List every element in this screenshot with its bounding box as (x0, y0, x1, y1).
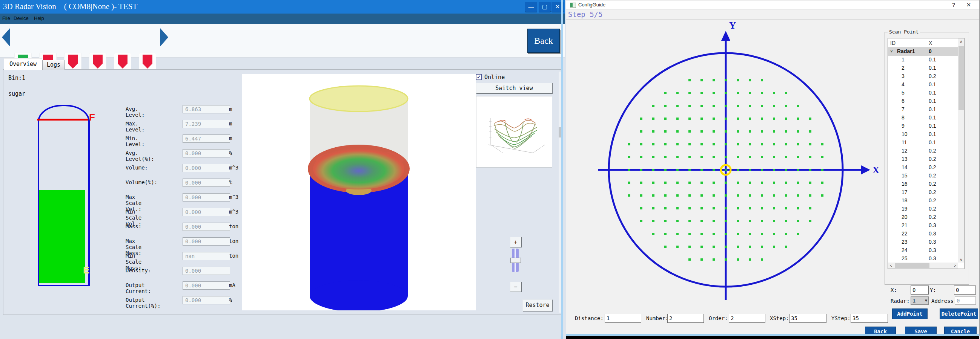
zoom-out-button[interactable]: − (510, 282, 521, 292)
table-vscroll-thumb[interactable] (958, 46, 964, 110)
field-value-input[interactable]: 6.863 (183, 105, 230, 113)
param-input-xstep[interactable]: 35 (789, 314, 826, 323)
bin-button-6[interactable] (139, 53, 156, 71)
table-row[interactable]: 150.2 (888, 172, 958, 180)
title-bar[interactable]: 3D Radar Vision ( COM8|None )- TEST — ▢ … (0, 0, 565, 14)
radar-combobox[interactable]: 1 ▼ (911, 296, 929, 305)
field-value-input[interactable]: 7.239 (183, 120, 230, 128)
table-row[interactable]: 200.2 (888, 213, 958, 222)
zoom-slider-handle[interactable] (511, 258, 521, 263)
online-checkbox[interactable]: ✓ (476, 74, 482, 80)
field-value-input[interactable]: 0.000 (183, 149, 230, 157)
table-row[interactable]: 180.2 (888, 196, 958, 205)
table-row[interactable]: 80.1 (888, 114, 958, 122)
param-input-ystep[interactable]: 35 (851, 314, 888, 323)
config-close-button[interactable]: ✕ (964, 1, 973, 9)
column-header-id[interactable]: ID (890, 40, 896, 46)
field-value-input[interactable]: 0.000 (183, 267, 230, 275)
param-input-number[interactable]: 2 (667, 314, 704, 323)
table-row[interactable]: 170.2 (888, 189, 958, 196)
minimize-button[interactable]: — (525, 2, 537, 12)
table-row[interactable]: 220.3 (888, 230, 958, 238)
field-value-input[interactable]: nan (183, 252, 230, 260)
table-row[interactable]: 70.1 (888, 106, 958, 114)
switch-view-button[interactable]: Switch view (476, 83, 552, 93)
field-value-input[interactable]: 0.000 (183, 164, 230, 172)
table-row[interactable]: 100.1 (888, 130, 958, 139)
add-point-button[interactable]: AddPoint (892, 309, 928, 319)
scan-point-dot (713, 194, 715, 196)
table-hscroll-thumb[interactable] (895, 263, 929, 268)
table-row[interactable]: 20.1 (888, 64, 958, 72)
table-row[interactable]: 190.2 (888, 205, 958, 213)
scan-point-dot (664, 143, 667, 146)
scan-point-dot (652, 143, 654, 146)
field-value-input[interactable]: 6.447 (183, 135, 230, 143)
table-row[interactable]: 140.2 (888, 163, 958, 172)
field-label: Density: (126, 268, 151, 274)
delete-point-button[interactable]: DeletePoint (940, 309, 978, 319)
scan-point-dot (652, 130, 654, 133)
scroll-up-icon[interactable]: ∧ (958, 38, 964, 44)
next-bin-arrow-icon[interactable] (160, 28, 168, 47)
table-row[interactable]: 160.2 (888, 180, 958, 189)
scroll-right-icon[interactable]: > (952, 263, 958, 269)
param-input-order[interactable]: 2 (729, 314, 765, 323)
zoom-in-button[interactable]: + (510, 237, 521, 247)
address-field[interactable]: 0 (955, 296, 976, 305)
param-input-distance[interactable]: 1 (605, 314, 641, 323)
table-row[interactable]: 40.1 (888, 81, 958, 89)
table-row[interactable]: 210.3 (888, 222, 958, 230)
field-value-input[interactable]: 0.000 (183, 296, 230, 304)
scan-pattern-plot[interactable]: X Y (581, 21, 894, 311)
table-row[interactable]: 240.3 (888, 246, 958, 255)
scroll-down-icon[interactable]: ∨ (958, 257, 964, 263)
scan-point-dot (737, 194, 739, 196)
table-row[interactable]: 30.2 (888, 72, 958, 81)
scan-point-dot (725, 233, 727, 235)
maximize-button[interactable]: ▢ (539, 2, 551, 12)
scan-point-table[interactable]: ID X ∨Radar1010.120.130.240.150.160.170.… (888, 38, 964, 269)
field-value-input[interactable]: 0.000 (183, 223, 230, 231)
table-row[interactable]: 90.1 (888, 122, 958, 130)
scan-group-row[interactable]: ∨Radar10 (888, 48, 958, 56)
y-field[interactable]: 0 (954, 285, 976, 295)
param-label: Distance: (575, 315, 603, 321)
bin-button-3[interactable] (64, 53, 81, 71)
column-header-x[interactable]: X (929, 40, 932, 46)
table-row[interactable]: 230.3 (888, 238, 958, 246)
tab-overview[interactable]: Overview (4, 58, 42, 70)
x-field[interactable]: 0 (911, 285, 929, 295)
radar-selected-value: 1 (913, 298, 915, 304)
menu-device[interactable]: Device (14, 16, 29, 21)
field-value-input[interactable]: 0.000 (183, 237, 230, 246)
field-value-input[interactable]: 0.000 (183, 179, 230, 187)
table-row[interactable]: 110.1 (888, 139, 958, 147)
scan-point-dot (809, 156, 811, 158)
scan-point-dot (761, 92, 763, 94)
field-value-input[interactable]: 0.000 (183, 208, 230, 216)
bin-button-5[interactable] (114, 53, 131, 71)
table-row[interactable]: 250.3 (888, 255, 958, 263)
expander-icon[interactable]: ∨ (890, 48, 893, 54)
bin-button-4[interactable] (89, 53, 107, 71)
menu-help[interactable]: Help (34, 16, 44, 21)
field-label: Output Current(%): (126, 297, 161, 309)
field-value-input[interactable]: 0.000 (183, 281, 230, 290)
table-row[interactable]: 130.2 (888, 155, 958, 163)
surface-preview-thumbnail[interactable] (476, 96, 552, 168)
table-row[interactable]: 50.1 (888, 89, 958, 97)
config-title-bar[interactable]: ConfigGuide ? ✕ (566, 0, 979, 10)
table-row[interactable]: 120.2 (888, 147, 958, 155)
restore-button[interactable]: Restore (522, 299, 553, 311)
table-row[interactable]: 60.1 (888, 97, 958, 106)
table-row[interactable]: 10.1 (888, 56, 958, 64)
menu-file[interactable]: File (2, 16, 10, 21)
scan-point-dot (700, 169, 703, 171)
help-button[interactable]: ? (950, 1, 958, 9)
tab-logs[interactable]: Logs (42, 60, 65, 70)
back-button[interactable]: Back (527, 29, 560, 53)
bin-3d-view[interactable] (242, 74, 476, 310)
scroll-left-icon[interactable]: < (888, 263, 894, 269)
field-value-input[interactable]: 0.000 (183, 193, 230, 201)
